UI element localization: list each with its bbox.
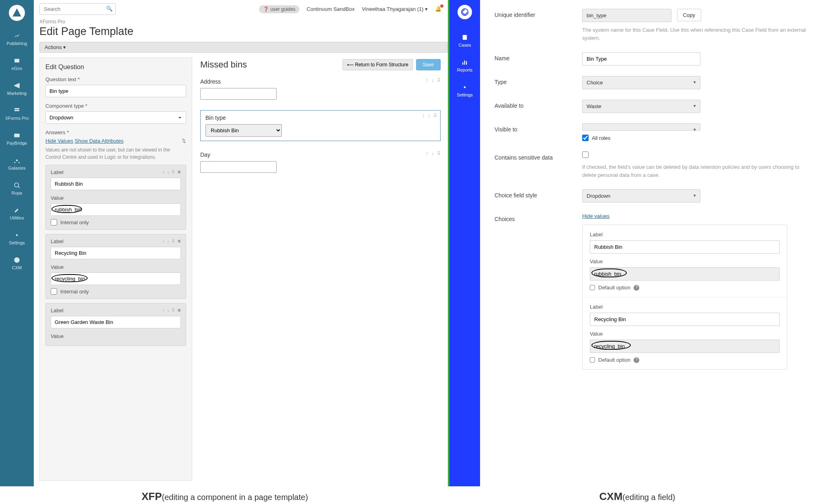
delete-icon[interactable]: ✖ <box>177 170 181 175</box>
svg-rect-1 <box>14 134 20 137</box>
question-text-label: Question text <box>45 76 186 82</box>
sidebar-item-egov[interactable]: eGov <box>0 51 34 76</box>
show-attrs-link[interactable]: Show Data Attributes <box>75 138 123 144</box>
choice-value-input[interactable] <box>590 340 780 353</box>
move-up-icon[interactable]: ↑ <box>162 170 165 175</box>
choice-value-input[interactable] <box>590 267 780 281</box>
sensitive-label: Contains sensitive data <box>495 152 582 161</box>
edit-question-panel: Edit Question Question text Component ty… <box>39 57 192 481</box>
sidebar-item-settings[interactable]: Settings <box>0 226 34 251</box>
preview-title: Missed bins <box>200 59 247 70</box>
page-title: Edit Page Template <box>34 25 448 42</box>
answer-value-input[interactable] <box>51 272 181 285</box>
answer-value-input[interactable] <box>51 203 181 216</box>
answer-label-input[interactable] <box>51 178 181 190</box>
avail-label: Available to <box>495 100 582 109</box>
sidebar-item-cxm[interactable]: CXM <box>0 251 34 276</box>
choices-label: Choices <box>495 213 582 222</box>
choice-item: Label Value Default option? <box>583 225 787 297</box>
answer-card: Label↑↓⠿✖ Value Internal only <box>45 165 186 230</box>
uid-value: bin_type <box>582 9 671 22</box>
uid-help: The system name for this Case Field. Use… <box>582 26 813 42</box>
edit-panel-title: Edit Question <box>45 64 186 71</box>
sort-icon[interactable]: ⇅ <box>182 138 186 144</box>
sidebar-item-paybridge[interactable]: PayBridge <box>0 126 34 151</box>
sidebar-item-reports[interactable]: Reports <box>449 53 480 78</box>
preview-field-bintype[interactable]: ↑↓⠿ Bin type Rubbish Bin <box>200 110 441 141</box>
svg-point-4 <box>18 162 20 163</box>
sidebar-item-rupa[interactable]: Rupa <box>0 176 34 201</box>
help-icon[interactable]: ? <box>634 285 639 291</box>
day-input[interactable] <box>200 161 277 173</box>
notifications-icon[interactable]: 🔔 <box>435 6 442 13</box>
svg-point-10 <box>464 86 466 88</box>
svg-point-6 <box>16 234 18 236</box>
caption-xfp: XFP(editing a component in a page templa… <box>0 490 449 503</box>
svg-rect-9 <box>463 35 467 40</box>
style-label: Choice field style <box>495 189 582 199</box>
sandbox-label[interactable]: Continuum SandBox <box>307 6 355 12</box>
search-input[interactable] <box>39 3 116 15</box>
search-icon[interactable]: 🔍 <box>106 6 113 12</box>
sidebar-item-galaxies[interactable]: Galaxies <box>0 151 34 176</box>
bintype-select[interactable]: Rubbish Bin <box>205 124 282 137</box>
answer-card: Label↑↓⠿✖ Value <box>45 303 186 346</box>
answer-card: Label↑↓⠿✖ Value Internal only <box>45 234 186 299</box>
hide-values-link[interactable]: Hide Values <box>45 138 73 144</box>
all-roles-checkbox[interactable] <box>582 135 589 141</box>
sidebar-item-utilities[interactable]: Utilities <box>0 201 34 226</box>
xfp-sidebar: Publishing eGov Marketing XForms Pro Pay… <box>0 0 34 486</box>
answer-label-input[interactable] <box>51 316 181 328</box>
component-type-select[interactable]: Dropdown <box>45 111 186 124</box>
sensitive-checkbox[interactable] <box>582 152 589 158</box>
user-guides-pill[interactable]: ❓ user guides <box>259 5 299 13</box>
name-label: Name <box>495 52 582 61</box>
breadcrumb[interactable]: XForms Pro <box>34 19 448 25</box>
type-label: Type <box>495 76 582 85</box>
internal-only-checkbox[interactable] <box>51 288 57 295</box>
choice-label-input[interactable] <box>590 240 780 254</box>
uid-label: Unique identifier <box>495 9 582 18</box>
sidebar-item-marketing[interactable]: Marketing <box>0 76 34 101</box>
values-help: Values are not shown to the user, but ca… <box>45 146 186 161</box>
preview-field-day: ↑↓⠿ Day <box>200 152 441 173</box>
svg-point-5 <box>14 183 19 187</box>
default-option-checkbox[interactable] <box>590 285 595 290</box>
name-input[interactable] <box>582 52 700 66</box>
move-down-icon[interactable]: ↓ <box>167 170 170 175</box>
preview-panel: Missed bins ⟵ Return to Form Structure S… <box>200 57 442 481</box>
visible-to-select[interactable] <box>582 123 700 131</box>
question-text-input[interactable] <box>45 85 186 97</box>
address-input[interactable] <box>200 88 277 100</box>
return-button[interactable]: ⟵ Return to Form Structure <box>343 59 413 70</box>
sidebar-item-publishing[interactable]: Publishing <box>0 27 34 51</box>
drag-icon[interactable]: ⠿ <box>172 170 175 175</box>
copy-button[interactable]: Copy <box>677 9 701 21</box>
sidebar-item-cases[interactable]: Cases <box>449 28 480 53</box>
topbar: 🔍 ❓ user guides Continuum SandBox Vineet… <box>34 0 448 19</box>
sidebar-item-settings-r[interactable]: Settings <box>449 78 480 103</box>
svg-point-3 <box>14 162 15 163</box>
cxm-logo <box>458 5 472 19</box>
hide-values-right-link[interactable]: Hide values <box>582 213 610 219</box>
available-to-select[interactable]: Waste <box>582 100 700 113</box>
choice-label-input[interactable] <box>590 313 780 326</box>
svg-point-2 <box>16 160 18 162</box>
internal-only-checkbox[interactable] <box>51 219 57 225</box>
save-button[interactable]: Save <box>416 59 441 70</box>
choice-item: Label Value Default option? <box>583 297 787 369</box>
user-menu[interactable]: Vineethaa Thyagarajan (1) ▾ <box>362 6 428 12</box>
answers-label: Answers <box>45 129 186 135</box>
answer-label-input[interactable] <box>51 247 181 259</box>
actions-button[interactable]: Actions ▾ <box>39 42 448 53</box>
svg-point-7 <box>14 257 20 263</box>
sensitive-help: If checked, the field's value can be del… <box>582 163 813 179</box>
type-select[interactable]: Choice <box>582 76 700 89</box>
cxm-sidebar: Cases Reports Settings <box>449 0 480 486</box>
sidebar-item-xforms[interactable]: XForms Pro <box>0 101 34 126</box>
component-type-label: Component type <box>45 103 186 109</box>
svg-rect-0 <box>14 59 19 63</box>
help-icon[interactable]: ? <box>634 357 639 363</box>
default-option-checkbox[interactable] <box>590 357 595 363</box>
style-select[interactable]: Dropdown <box>582 189 700 203</box>
